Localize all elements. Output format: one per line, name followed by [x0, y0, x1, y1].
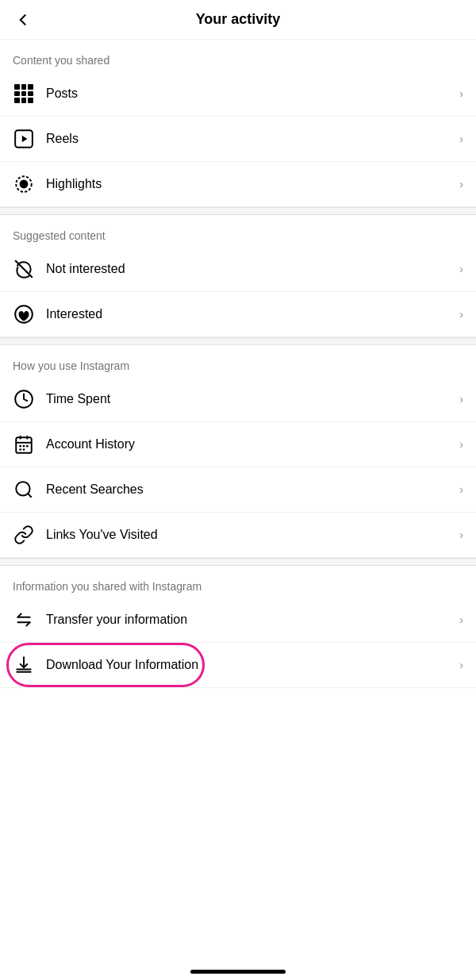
divider-1 — [0, 207, 476, 215]
account-history-label: Account History — [46, 437, 135, 452]
interested-icon — [13, 303, 35, 325]
back-button[interactable] — [13, 10, 33, 30]
svg-marker-1 — [22, 136, 28, 143]
section-info-shared: Information you shared with Instagram Tr… — [0, 566, 476, 688]
menu-item-posts[interactable]: Posts › — [0, 71, 476, 117]
header: Your activity — [0, 0, 476, 40]
section-how-you-use: How you use Instagram Time Spent › — [0, 345, 476, 558]
home-indicator — [190, 970, 286, 974]
reels-icon — [13, 128, 35, 150]
highlights-icon — [13, 173, 35, 195]
menu-item-interested[interactable]: Interested › — [0, 292, 476, 337]
section-header-content-shared: Content you shared — [0, 40, 476, 71]
chevron-icon: › — [459, 393, 463, 405]
transfer-info-label: Transfer your information — [46, 613, 187, 627]
menu-item-account-history[interactable]: Account History › — [0, 422, 476, 467]
chevron-icon: › — [459, 659, 463, 671]
menu-item-reels[interactable]: Reels › — [0, 117, 476, 162]
chevron-icon: › — [459, 613, 463, 626]
menu-item-download-info[interactable]: Download Your Information › — [0, 643, 476, 688]
chevron-icon: › — [459, 87, 463, 100]
link-icon — [13, 524, 35, 546]
svg-point-2 — [20, 180, 29, 189]
menu-item-links-visited[interactable]: Links You've Visited › — [0, 513, 476, 558]
download-info-label: Download Your Information — [46, 658, 198, 672]
highlights-label: Highlights — [46, 177, 102, 191]
section-header-suggested: Suggested content — [0, 215, 476, 247]
divider-3 — [0, 558, 476, 566]
grid-icon — [13, 83, 35, 105]
chevron-icon: › — [459, 528, 463, 541]
menu-item-transfer-info[interactable]: Transfer your information › — [0, 598, 476, 643]
page-title: Your activity — [196, 11, 281, 28]
calendar-icon — [13, 433, 35, 455]
transfer-icon — [13, 609, 35, 631]
chevron-icon: › — [459, 483, 463, 496]
menu-item-not-interested[interactable]: Not interested › — [0, 247, 476, 292]
chevron-icon: › — [459, 438, 463, 451]
search-icon — [13, 478, 35, 501]
reels-label: Reels — [46, 132, 79, 146]
menu-item-time-spent[interactable]: Time Spent › — [0, 377, 476, 422]
svg-point-16 — [16, 482, 29, 495]
chevron-icon: › — [459, 178, 463, 190]
section-header-info-shared: Information you shared with Instagram — [0, 566, 476, 598]
chevron-icon: › — [459, 133, 463, 145]
download-icon — [13, 654, 35, 676]
chevron-icon: › — [459, 308, 463, 321]
chevron-icon: › — [459, 263, 463, 275]
section-header-how-you-use: How you use Instagram — [0, 345, 476, 377]
links-visited-label: Links You've Visited — [46, 528, 158, 542]
menu-item-highlights[interactable]: Highlights › — [0, 162, 476, 207]
divider-2 — [0, 337, 476, 345]
posts-label: Posts — [46, 86, 78, 101]
clock-icon — [13, 388, 35, 410]
section-content-shared: Content you shared Posts › Reels — [0, 40, 476, 207]
time-spent-label: Time Spent — [46, 392, 110, 406]
svg-line-17 — [28, 494, 32, 498]
recent-searches-label: Recent Searches — [46, 482, 144, 497]
not-interested-label: Not interested — [46, 262, 125, 276]
not-interested-icon — [13, 258, 35, 280]
menu-item-recent-searches[interactable]: Recent Searches › — [0, 467, 476, 513]
section-suggested-content: Suggested content Not interested › Inte — [0, 215, 476, 337]
interested-label: Interested — [46, 307, 102, 321]
